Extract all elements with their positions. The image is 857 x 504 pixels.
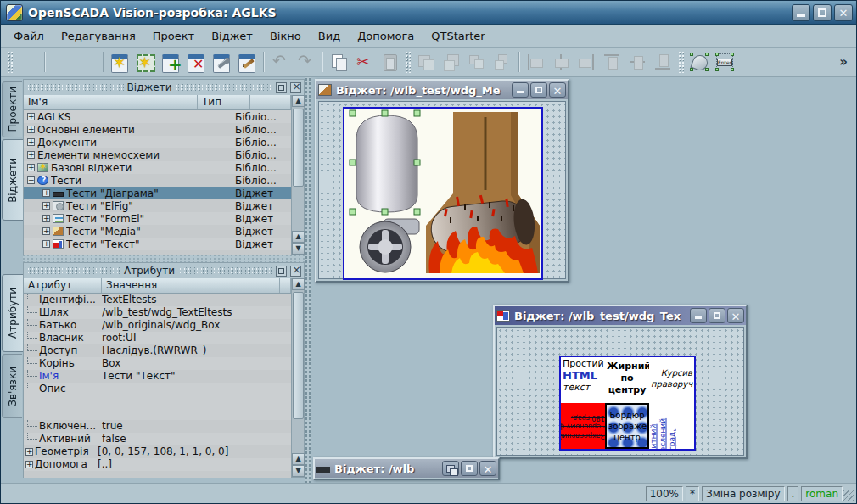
menu-Вид[interactable]: Вид: [311, 27, 348, 45]
vertical-splitter[interactable]: [305, 77, 311, 484]
expander-icon[interactable]: −: [27, 176, 35, 184]
tree-row[interactable]: +Базові віджетиБібліо...: [24, 161, 291, 174]
expander-icon[interactable]: +: [42, 215, 50, 222]
cut-button[interactable]: [351, 50, 377, 74]
restore-button[interactable]: [442, 461, 459, 476]
attribute-row[interactable]: Активнийfalse: [24, 433, 291, 445]
attribute-row[interactable]: Ідентифі...TextEltests: [24, 294, 291, 306]
expander-icon[interactable]: +: [42, 202, 50, 210]
expander-icon[interactable]: +: [27, 164, 35, 171]
maximize-button[interactable]: [461, 461, 478, 476]
scroll-up-button[interactable]: ▲: [292, 95, 305, 107]
expander-icon[interactable]: +: [25, 448, 33, 456]
new-library-button[interactable]: [107, 50, 132, 74]
tree-row[interactable]: +AGLKSБібліо...: [24, 110, 291, 123]
tree-row[interactable]: +Елементи мнемосхемиБібліо...: [24, 148, 291, 161]
scroll-up-button[interactable]: ▲: [292, 453, 305, 465]
sidebar-tab-Віджети[interactable]: Віджети: [2, 139, 23, 221]
close-button[interactable]: [479, 461, 496, 476]
tree-row[interactable]: +Тести "Текст"Віджет: [24, 238, 291, 250]
menu-Проект[interactable]: Проект: [145, 27, 202, 45]
text-test-widget[interactable]: ПростийHTMLтекстЖирний по центруКурсив п…: [559, 356, 696, 451]
attribute-row[interactable]: Ім'яТести "Текст": [24, 370, 291, 383]
expander-icon[interactable]: +: [25, 461, 33, 468]
toolbar-overflow-button[interactable]: »: [834, 54, 853, 70]
tree-row[interactable]: +Основні елементиБібліо...: [24, 123, 291, 136]
sidebar-tab-Зв'язки[interactable]: Зв'язки: [2, 354, 22, 418]
delete-widget-button[interactable]: [183, 50, 209, 74]
menu-Вікно[interactable]: Вікно: [262, 27, 309, 45]
sidebar-tab-Проекти[interactable]: Проекти: [2, 81, 22, 137]
close-button[interactable]: [727, 308, 744, 323]
minimize-button[interactable]: [512, 82, 529, 98]
mdi-window-text-titlebar[interactable]: Віджет: /wlb_test/wdg_Tex: [495, 306, 746, 325]
menu-Редагування[interactable]: Редагування: [53, 27, 143, 45]
sidebar-tab-Атрибути[interactable]: Атрибути: [2, 274, 23, 352]
attribute-row[interactable]: +Допомога[..]: [24, 458, 291, 471]
attribute-row[interactable]: Опис: [24, 383, 291, 420]
expander-icon[interactable]: +: [42, 189, 50, 197]
attributes-scrollbar[interactable]: ▲ ▲ ▼: [291, 278, 304, 477]
mdi-window-minimized-titlebar[interactable]: Віджет: /wlb: [315, 459, 498, 478]
tree-row[interactable]: +ДокументиБібліо...: [24, 136, 291, 148]
float-panel-button[interactable]: [276, 82, 287, 93]
tree-row[interactable]: +Тести "Медіа"Віджет: [24, 225, 291, 238]
tree-row[interactable]: +Тести "ElFig"Віджет: [24, 199, 291, 212]
elementary-figures-button[interactable]: [686, 50, 712, 74]
attr-column-header[interactable]: Атрибут: [24, 278, 102, 293]
expander-icon[interactable]: +: [27, 126, 35, 133]
copy-button[interactable]: [326, 50, 351, 74]
attribute-row[interactable]: +Геометрія[0, 0, 157, 108, 1, 1, 0, 0]: [24, 445, 291, 458]
menu-Допомога[interactable]: Допомога: [350, 27, 422, 45]
close-button[interactable]: [549, 82, 566, 98]
attribute-row[interactable]: Власникroot:UI: [24, 332, 291, 344]
new-container-widget-button[interactable]: [132, 50, 158, 74]
tree-row[interactable]: −ТестиБібліо...: [24, 174, 291, 187]
add-widget-button[interactable]: [158, 50, 183, 74]
tree-row[interactable]: +Тести "FormEl"Віджет: [24, 212, 291, 225]
expander-icon[interactable]: +: [27, 138, 35, 146]
menu-Віджет[interactable]: Віджет: [204, 27, 260, 45]
close-panel-button[interactable]: [290, 266, 301, 277]
tree-scrollbar[interactable]: ▲ ▲ ▼: [291, 95, 304, 255]
minimize-button[interactable]: [792, 4, 810, 21]
tree-column-header[interactable]: Тип: [198, 95, 250, 109]
expander-icon[interactable]: +: [27, 113, 35, 120]
expander-icon[interactable]: +: [27, 151, 35, 159]
toolbar-handle[interactable]: [405, 51, 411, 73]
form-elements-button[interactable]: Enter|: [712, 50, 737, 74]
maximize-button[interactable]: [813, 4, 832, 21]
minimize-button[interactable]: [690, 308, 707, 323]
maximize-button[interactable]: [530, 82, 547, 98]
float-panel-button[interactable]: [276, 266, 287, 277]
resize-grip[interactable]: [843, 490, 854, 501]
scroll-down-button[interactable]: ▼: [292, 243, 305, 255]
close-button[interactable]: [834, 4, 853, 21]
horizontal-splitter[interactable]: [23, 255, 305, 262]
scroll-up-button[interactable]: ▲: [292, 278, 305, 290]
attribute-row[interactable]: ДоступНаслідув.(RWRWR_): [24, 344, 291, 357]
tree-row[interactable]: +Тести "Діаграма"Віджет: [24, 187, 291, 199]
menu-Файл[interactable]: Файл: [6, 27, 52, 45]
edit-widget-button[interactable]: [234, 50, 260, 74]
toolbar-handle[interactable]: [7, 51, 13, 73]
scroll-up-button[interactable]: ▲: [292, 231, 305, 243]
titlebar[interactable]: OpenSCADA Vision-розробка: AGLKS: [1, 1, 856, 25]
attribute-row[interactable]: Батько/wlb_originals/wdg_Box: [24, 319, 291, 332]
attribute-row[interactable]: КоріньBox: [24, 357, 291, 370]
widget-properties-button[interactable]: [209, 50, 234, 74]
attribute-row[interactable]: Шлях/wlb_test/wdg_TextEltests: [24, 306, 291, 319]
attr-column-header[interactable]: Значення: [102, 278, 280, 293]
text-line: HTML: [563, 369, 603, 382]
menu-QTStarter[interactable]: QTStarter: [423, 27, 492, 45]
tree-column-header[interactable]: Ім'я: [24, 95, 198, 109]
scroll-down-button[interactable]: ▼: [292, 465, 305, 477]
close-panel-button[interactable]: [290, 82, 301, 93]
attribute-row[interactable]: Включен...true: [24, 420, 291, 433]
expander-icon[interactable]: +: [42, 240, 50, 248]
expander-icon[interactable]: +: [42, 227, 50, 235]
toolbar-handle[interactable]: [678, 51, 684, 73]
mdi-window-media-titlebar[interactable]: Віджет: /wlb_test/wdg_Me: [316, 81, 568, 99]
media-widget-canvas[interactable]: [343, 107, 543, 280]
maximize-button[interactable]: [709, 308, 725, 323]
